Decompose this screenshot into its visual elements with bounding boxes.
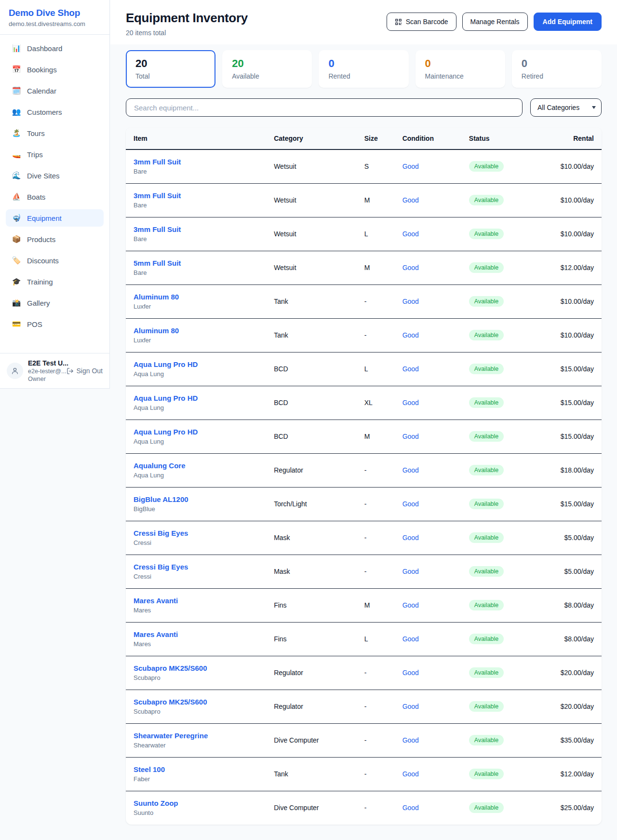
sidebar-item[interactable]: 🤿 Equipment: [6, 209, 104, 227]
item-link[interactable]: 3mm Full Suit: [134, 158, 181, 166]
item-condition-link[interactable]: Good: [402, 534, 419, 542]
item-size: XL: [357, 386, 395, 420]
item-link[interactable]: Suunto Zoop: [134, 799, 178, 807]
item-cell: 5mm Full Suit Bare: [126, 251, 266, 285]
item-link[interactable]: 5mm Full Suit: [134, 259, 181, 267]
item-condition-link[interactable]: Good: [402, 264, 419, 271]
sign-out-icon: [67, 367, 74, 375]
item-link[interactable]: Mares Avanti: [134, 596, 178, 605]
add-equipment-button[interactable]: Add Equipment: [534, 13, 602, 31]
sidebar-item[interactable]: 📦 Products: [6, 230, 104, 248]
item-category: Wetsuit: [266, 183, 357, 217]
item-link[interactable]: Aqua Lung Pro HD: [134, 394, 198, 402]
table-row: Aqualung Core Aqua Lung Regulator - Good…: [126, 453, 602, 487]
column-header-rental: Rental: [533, 127, 602, 149]
sidebar-item[interactable]: ⛵ Boats: [6, 188, 104, 205]
item-link[interactable]: Aqua Lung Pro HD: [134, 428, 198, 436]
scan-barcode-button[interactable]: Scan Barcode: [387, 13, 456, 31]
stat-card[interactable]: 20 Available: [222, 50, 312, 88]
item-size: -: [357, 555, 395, 588]
sidebar-item[interactable]: 👥 Customers: [6, 103, 104, 121]
item-cell: Aluminum 80 Luxfer: [126, 318, 266, 352]
table-row: Shearwater Peregrine Shearwater Dive Com…: [126, 723, 602, 757]
stat-card[interactable]: 0 Rented: [319, 50, 408, 88]
item-category: BCD: [266, 386, 357, 420]
manage-rentals-button[interactable]: Manage Rentals: [462, 13, 528, 31]
sidebar-item[interactable]: 📅 Bookings: [6, 61, 104, 78]
status-badge: Available: [469, 566, 504, 577]
item-size: L: [357, 352, 395, 386]
item-condition-link[interactable]: Good: [402, 466, 419, 474]
brand-block: Demo Dive Shop demo.test.divestreams.com: [0, 0, 109, 35]
item-condition-cell: Good: [395, 251, 461, 285]
category-select[interactable]: All Categories: [530, 98, 602, 117]
item-category: Mask: [266, 555, 357, 588]
shop-name[interactable]: Demo Dive Shop: [9, 8, 101, 18]
nav-item-label: Gallery: [27, 299, 50, 307]
item-category: Dive Computer: [266, 791, 357, 825]
item-condition-link[interactable]: Good: [402, 568, 419, 575]
stat-card[interactable]: 0 Maintenance: [416, 50, 505, 88]
sidebar-item[interactable]: 🌊 Dive Sites: [6, 167, 104, 184]
item-rental: $20.00/day: [533, 690, 602, 723]
item-condition-link[interactable]: Good: [402, 433, 419, 440]
item-condition-link[interactable]: Good: [402, 331, 419, 339]
item-condition-link[interactable]: Good: [402, 500, 419, 508]
item-link[interactable]: Mares Avanti: [134, 630, 178, 638]
sidebar-item[interactable]: 🚤 Trips: [6, 146, 104, 163]
item-link[interactable]: Scubapro MK25/S600: [134, 698, 207, 706]
item-link[interactable]: 3mm Full Suit: [134, 191, 181, 200]
item-link[interactable]: 3mm Full Suit: [134, 225, 181, 233]
item-condition-link[interactable]: Good: [402, 703, 419, 710]
stat-value: 20: [232, 57, 302, 70]
item-link[interactable]: Cressi Big Eyes: [134, 563, 188, 571]
item-condition-link[interactable]: Good: [402, 365, 419, 373]
sign-out-button[interactable]: Sign Out: [67, 367, 103, 375]
table-row: 3mm Full Suit Bare Wetsuit M Good Availa…: [126, 183, 602, 217]
search-input[interactable]: [126, 98, 523, 117]
item-link[interactable]: Steel 100: [134, 765, 165, 773]
item-condition-link[interactable]: Good: [402, 601, 419, 609]
item-size: -: [357, 453, 395, 487]
item-condition-link[interactable]: Good: [402, 770, 419, 778]
sidebar-item[interactable]: 🏷️ Discounts: [6, 252, 104, 269]
item-condition-link[interactable]: Good: [402, 230, 419, 238]
sidebar-item[interactable]: 🎓 Training: [6, 273, 104, 290]
item-link[interactable]: Aqua Lung Pro HD: [134, 360, 198, 368]
sign-out-label: Sign Out: [77, 367, 103, 375]
item-condition-link[interactable]: Good: [402, 399, 419, 406]
item-condition-cell: Good: [395, 420, 461, 453]
stat-card[interactable]: 0 Retired: [512, 50, 602, 88]
item-link[interactable]: BigBlue AL1200: [134, 495, 188, 503]
status-badge: Available: [469, 735, 504, 745]
item-condition-link[interactable]: Good: [402, 669, 419, 677]
item-condition-link[interactable]: Good: [402, 163, 419, 170]
sidebar-item[interactable]: 🗓️ Calendar: [6, 82, 104, 99]
sidebar-item[interactable]: 📸 Gallery: [6, 294, 104, 312]
item-rental: $20.00/day: [533, 656, 602, 690]
item-condition-link[interactable]: Good: [402, 736, 419, 744]
item-status-cell: Available: [461, 690, 533, 723]
sidebar-item[interactable]: 💳 POS: [6, 315, 104, 333]
item-link[interactable]: Aqualung Core: [134, 461, 186, 470]
status-badge: Available: [469, 499, 504, 509]
header-actions: Scan Barcode Manage Rentals Add Equipmen…: [387, 13, 602, 31]
item-condition-link[interactable]: Good: [402, 298, 419, 305]
item-link[interactable]: Scubapro MK25/S600: [134, 664, 207, 672]
item-link[interactable]: Shearwater Peregrine: [134, 732, 208, 740]
item-category: Torch/Light: [266, 487, 357, 521]
item-link[interactable]: Cressi Big Eyes: [134, 529, 188, 537]
content-area: 20 Total 20 Available 0 Rented 0: [110, 44, 617, 838]
stat-card[interactable]: 20 Total: [126, 50, 215, 88]
item-category: Dive Computer: [266, 723, 357, 757]
item-condition-link[interactable]: Good: [402, 804, 419, 812]
item-condition-link[interactable]: Good: [402, 635, 419, 643]
sidebar-item[interactable]: 🏝️ Tours: [6, 124, 104, 142]
item-link[interactable]: Aluminum 80: [134, 326, 179, 335]
sidebar-item[interactable]: 📊 Dashboard: [6, 40, 104, 57]
item-link[interactable]: Aluminum 80: [134, 293, 179, 301]
table-row: Mares Avanti Mares Fins L Good Available: [126, 622, 602, 656]
item-condition-cell: Good: [395, 453, 461, 487]
item-status-cell: Available: [461, 352, 533, 386]
item-condition-link[interactable]: Good: [402, 196, 419, 204]
